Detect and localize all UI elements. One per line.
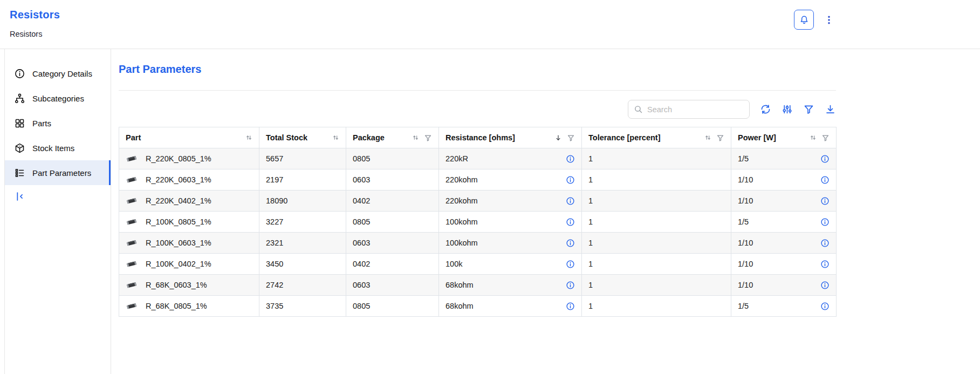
part-name: R_220K_0805_1% [146, 154, 211, 163]
power-value: 1/5 [738, 154, 749, 163]
resistor-chip-icon [126, 176, 138, 183]
info-circle-icon [566, 281, 575, 290]
breadcrumb[interactable]: Resistors [10, 30, 60, 38]
resistance-info-button[interactable] [566, 217, 575, 227]
column-header-power[interactable]: Power [W] [731, 127, 837, 148]
sidebar-item-stock-items[interactable]: Stock Items [5, 135, 111, 160]
cell-package: 0402 [346, 254, 439, 275]
power-value: 1/10 [738, 281, 753, 289]
sort-icon [810, 134, 817, 141]
cell-total-stock: 18090 [259, 191, 346, 212]
cell-part: R_220K_0603_1% [119, 169, 259, 191]
info-circle-icon [566, 196, 575, 206]
sidebar-item-subcategories[interactable]: Subcategories [5, 86, 111, 111]
cell-power: 1/10 [731, 275, 837, 296]
page-header: Resistors Resistors [0, 0, 980, 49]
part-name: R_68K_0603_1% [146, 281, 207, 289]
header-titles: Resistors Resistors [10, 9, 60, 38]
info-circle-icon [566, 154, 575, 164]
power-info-button[interactable] [820, 154, 830, 164]
cell-resistance: 68kohm [439, 296, 582, 317]
resistance-info-button[interactable] [566, 302, 575, 311]
column-filter-icon[interactable] [424, 134, 432, 142]
column-label: Tolerance [percent] [588, 133, 661, 142]
info-circle-icon [566, 260, 575, 269]
column-header-tolerance[interactable]: Tolerance [percent] [582, 127, 731, 148]
resistance-info-button[interactable] [566, 175, 575, 185]
parts-grid-icon [13, 117, 25, 129]
power-info-button[interactable] [820, 239, 830, 248]
refresh-button[interactable] [760, 104, 771, 115]
table-row[interactable]: R_100K_0402_1%34500402100k11/10 [119, 254, 837, 275]
more-menu-button[interactable] [823, 12, 835, 28]
power-info-button[interactable] [820, 302, 830, 311]
resistor-chip-icon [126, 239, 138, 247]
table-row[interactable]: R_220K_0402_1%180900402220kohm11/10 [119, 191, 837, 212]
resistance-info-button[interactable] [566, 154, 575, 164]
sidebar-item-part-parameters[interactable]: Part Parameters [5, 160, 111, 185]
resistance-value: 68kohm [446, 302, 474, 310]
table-row[interactable]: R_68K_0805_1%3735080568kohm11/5 [119, 296, 837, 317]
filter-icon [803, 104, 814, 115]
resistance-value: 100kohm [446, 217, 478, 226]
cell-tolerance: 1 [582, 212, 731, 233]
info-circle-icon [566, 239, 575, 248]
cell-part: R_68K_0805_1% [119, 296, 259, 317]
column-filter-icon[interactable] [716, 134, 724, 142]
table-row[interactable]: R_68K_0603_1%2742060368kohm11/10 [119, 275, 837, 296]
table-row[interactable]: R_100K_0805_1%32270805100kohm11/5 [119, 212, 837, 233]
table-row[interactable]: R_220K_0805_1%56570805220kR11/5 [119, 148, 837, 169]
content-area: Category DetailsSubcategoriesPartsStock … [4, 49, 980, 374]
resistor-chip-icon [126, 197, 138, 205]
download-icon [825, 104, 836, 115]
sidebar-item-category-details[interactable]: Category Details [5, 61, 111, 86]
column-header-total-stock[interactable]: Total Stock [259, 127, 346, 148]
power-info-button[interactable] [820, 260, 830, 269]
cell-total-stock: 2742 [259, 275, 346, 296]
cell-part: R_220K_0805_1% [119, 148, 259, 169]
cell-resistance: 100kohm [439, 212, 582, 233]
resistance-value: 220kohm [446, 196, 478, 205]
resistance-info-button[interactable] [566, 239, 575, 248]
power-value: 1/10 [738, 196, 753, 205]
collapse-sidebar-button[interactable] [13, 191, 25, 202]
part-name: R_68K_0805_1% [146, 302, 207, 310]
cell-power: 1/10 [731, 191, 837, 212]
column-settings-button[interactable] [782, 104, 793, 115]
info-circle-icon [566, 217, 575, 227]
cell-package: 0805 [346, 296, 439, 317]
resistance-info-button[interactable] [566, 196, 575, 206]
cell-power: 1/10 [731, 233, 837, 254]
notifications-button[interactable] [794, 10, 814, 30]
resistance-info-button[interactable] [566, 281, 575, 290]
column-header-part[interactable]: Part [119, 127, 259, 148]
resistor-chip-icon [126, 260, 138, 268]
sidebar-item-label: Stock Items [32, 144, 74, 153]
sidebar: Category DetailsSubcategoriesPartsStock … [5, 49, 111, 374]
resistance-info-button[interactable] [566, 260, 575, 269]
stock-items-icon [13, 142, 25, 154]
sidebar-item-parts[interactable]: Parts [5, 111, 111, 135]
header-actions [794, 10, 835, 30]
part-name: R_100K_0603_1% [146, 239, 211, 247]
search-input[interactable] [647, 105, 744, 114]
table-header-row: PartTotal StockPackageResistance [ohms]T… [119, 127, 837, 148]
download-button[interactable] [825, 104, 836, 115]
cell-resistance: 220kohm [439, 191, 582, 212]
power-info-button[interactable] [820, 175, 830, 185]
power-info-button[interactable] [820, 281, 830, 290]
power-info-button[interactable] [820, 196, 830, 206]
table-row[interactable]: R_220K_0603_1%21970603220kohm11/10 [119, 169, 837, 191]
column-filter-icon[interactable] [567, 134, 575, 142]
sidebar-item-label: Part Parameters [32, 168, 91, 178]
column-header-package[interactable]: Package [346, 127, 439, 148]
column-header-resistance[interactable]: Resistance [ohms] [439, 127, 582, 148]
table-row[interactable]: R_100K_0603_1%23210603100kohm11/10 [119, 233, 837, 254]
column-label: Part [126, 133, 141, 142]
column-filter-icon[interactable] [821, 134, 830, 142]
sidebar-item-label: Subcategories [32, 94, 84, 103]
cell-total-stock: 3227 [259, 212, 346, 233]
power-info-button[interactable] [820, 217, 830, 227]
info-circle-icon [820, 154, 830, 164]
filter-button[interactable] [803, 104, 814, 115]
